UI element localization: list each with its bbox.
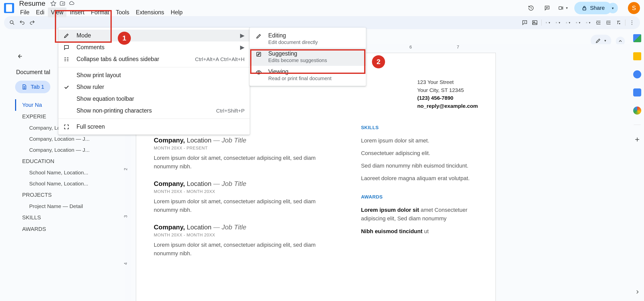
indent-increase-icon[interactable] xyxy=(604,18,613,27)
outline-item[interactable]: Project Name — Detail xyxy=(15,201,118,212)
menu-format[interactable]: Format xyxy=(88,8,112,17)
svg-rect-0 xyxy=(559,7,562,9)
outline-item[interactable]: EDUCATION xyxy=(15,156,118,167)
award-item[interactable]: Lorem ipsum dolor sit amet Consectetuer … xyxy=(361,206,478,223)
numbered-list-dropdown[interactable]: 123▼ xyxy=(584,18,593,27)
keep-app-icon[interactable] xyxy=(633,52,641,60)
job-desc: Lorem ipsum dolor sit amet, consectetuer… xyxy=(154,241,341,258)
menu-item-label: Show ruler xyxy=(77,84,245,90)
menu-edit[interactable]: Edi xyxy=(33,8,47,17)
pencil-icon xyxy=(63,33,72,39)
view-comments-item[interactable]: Comments ▶ xyxy=(58,41,250,53)
outline-item[interactable]: PROJECTS xyxy=(15,189,118,201)
contacts-app-icon[interactable] xyxy=(633,88,641,96)
undo-icon[interactable] xyxy=(18,18,27,27)
view-nonprinting-item[interactable]: Show non-printing characters Ctrl+Shift+… xyxy=(58,105,250,117)
award-item[interactable]: Nibh euismod tincidunt ut xyxy=(361,227,478,236)
menu-extensions[interactable]: Extensions xyxy=(133,8,167,17)
outline-item[interactable]: Company, Location — J... xyxy=(15,144,118,156)
job-entry[interactable]: Company, Location — Job Title MONTH 20XX… xyxy=(154,180,341,214)
tasks-app-icon[interactable] xyxy=(633,70,641,78)
outline-item[interactable]: School Name, Location... xyxy=(15,167,118,178)
clear-formatting-icon[interactable] xyxy=(614,18,623,27)
bullet-list-dropdown[interactable]: ▼ xyxy=(574,18,583,27)
view-print-layout-item[interactable]: Show print layout xyxy=(58,69,250,81)
submenu-title: Suggesting xyxy=(268,50,327,57)
menu-help[interactable]: Help xyxy=(168,8,185,17)
job-desc: Lorem ipsum dolor sit amet, consectetuer… xyxy=(154,154,341,171)
skill-item[interactable]: Consectetuer adipiscing elit. xyxy=(361,149,478,158)
view-ruler-item[interactable]: Show ruler xyxy=(58,81,250,93)
view-fullscreen-item[interactable]: Full screen xyxy=(58,121,250,133)
insert-comment-icon[interactable] xyxy=(520,18,529,27)
more-tools-icon[interactable] xyxy=(627,18,636,27)
history-icon[interactable] xyxy=(526,3,536,13)
view-equation-item[interactable]: Show equation toolbar xyxy=(58,93,250,105)
move-icon[interactable] xyxy=(59,1,65,7)
menu-file[interactable]: File xyxy=(17,8,32,17)
menu-item-label: Collapse tabs & outlines sidebar xyxy=(77,56,195,63)
job-dates: MONTH 20XX - MONTH 20XX xyxy=(154,233,341,238)
search-icon[interactable] xyxy=(8,18,17,27)
menu-view[interactable]: View xyxy=(48,8,66,17)
section-heading[interactable]: AWARDS xyxy=(361,194,478,200)
line-spacing-dropdown[interactable]: ▼ xyxy=(554,18,563,27)
share-dropdown[interactable]: ▼ xyxy=(608,3,618,13)
contact-city: Your City, ST 12345 xyxy=(417,86,478,94)
contact-phone: (123) 456-7890 xyxy=(417,94,478,102)
eye-icon xyxy=(256,68,265,76)
back-button[interactable] xyxy=(15,51,25,61)
annotation-number-2: 2 xyxy=(372,55,385,68)
job-entry[interactable]: Company, Location — Job Title MONTH 20XX… xyxy=(154,223,341,258)
view-menu-dropdown: Mode ▶ Comments ▶ Collapse tabs & outlin… xyxy=(58,28,250,135)
checklist-dropdown[interactable]: ▼ xyxy=(564,18,573,27)
calendar-app-icon[interactable] xyxy=(633,34,641,42)
menu-bar: File Edi View Insert Format Tools Extens… xyxy=(17,8,186,17)
menu-item-label: Mode xyxy=(77,32,240,39)
mode-suggesting-item[interactable]: Suggesting Edits become suggestions xyxy=(250,48,366,66)
share-label: Share xyxy=(590,5,605,11)
mode-viewing-item[interactable]: Viewing Read or print final document xyxy=(250,66,366,84)
skill-item[interactable]: Sed diam nonummy nibh euismod tincidunt. xyxy=(361,162,478,170)
view-mode-item[interactable]: Mode ▶ xyxy=(58,30,250,41)
mode-editing-item[interactable]: Editing Edit document directly xyxy=(250,30,366,48)
svg-point-6 xyxy=(576,23,576,23)
outline-item[interactable]: SKILLS xyxy=(15,212,118,223)
hide-panel-chevron[interactable] xyxy=(634,289,640,296)
submenu-title: Viewing xyxy=(268,68,331,75)
add-addon-button[interactable]: + xyxy=(635,135,640,144)
maps-app-icon[interactable] xyxy=(633,107,641,115)
skill-item[interactable]: Lorem ipsum dolor sit amet. xyxy=(361,136,478,145)
outline-item[interactable]: School Name, Location... xyxy=(15,178,118,189)
svg-point-2 xyxy=(10,21,13,24)
align-dropdown[interactable]: ▼ xyxy=(544,18,553,27)
indent-decrease-icon[interactable] xyxy=(594,18,603,27)
menu-insert[interactable]: Insert xyxy=(67,8,88,17)
tab-1-pill[interactable]: Tab 1 xyxy=(15,81,50,93)
svg-rect-3 xyxy=(533,21,537,25)
menu-tools[interactable]: Tools xyxy=(113,8,132,17)
docs-logo[interactable] xyxy=(4,3,14,13)
share-button[interactable]: Share xyxy=(574,2,612,14)
insert-image-icon[interactable] xyxy=(530,18,539,27)
fullscreen-icon xyxy=(63,124,72,130)
svg-point-5 xyxy=(576,22,576,22)
star-icon[interactable] xyxy=(50,1,56,7)
section-heading[interactable]: SKILLS xyxy=(361,125,478,130)
skill-item[interactable]: Laoreet dolore magna aliquam erat volutp… xyxy=(361,174,478,183)
document-title[interactable]: Resume xyxy=(17,0,47,8)
contact-block[interactable]: 123 Your Street Your City, ST 12345 (123… xyxy=(417,76,478,110)
redo-icon[interactable] xyxy=(28,18,37,27)
meet-icon[interactable]: ▼ xyxy=(558,3,568,13)
pencil-icon xyxy=(256,32,265,40)
job-entry[interactable]: Company, Location — Job Title MONTH 20XX… xyxy=(154,136,341,171)
contact-email: no_reply@example.com xyxy=(417,102,478,110)
comments-icon[interactable] xyxy=(542,3,552,13)
outline-item[interactable]: Company, Location — J... xyxy=(15,133,118,144)
outline-item[interactable]: AWARDS xyxy=(15,223,118,235)
user-avatar[interactable]: S xyxy=(628,2,640,14)
cloud-status-icon[interactable] xyxy=(68,1,74,7)
menu-shortcut: Ctrl+Shift+P xyxy=(216,108,245,114)
document-icon xyxy=(21,84,27,90)
view-collapse-item[interactable]: Collapse tabs & outlines sidebar Ctrl+Al… xyxy=(58,53,250,65)
